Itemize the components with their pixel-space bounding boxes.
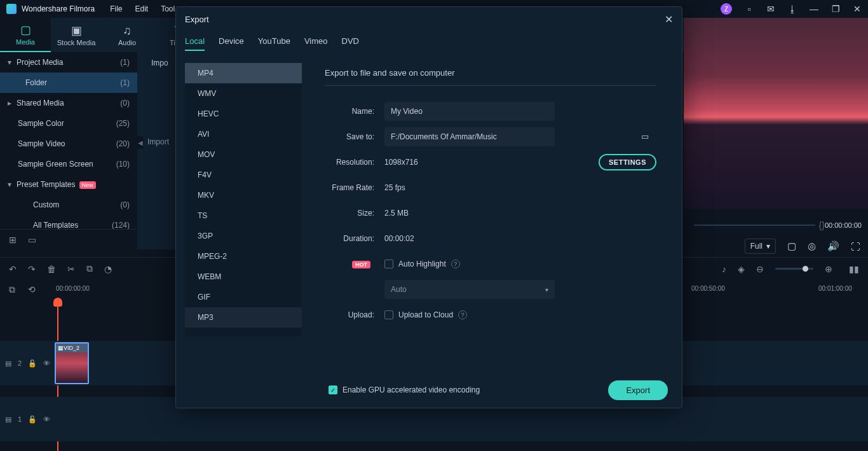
format-webm[interactable]: WEBM — [185, 267, 302, 287]
sidebar-shared-media[interactable]: ▸Shared Media(0) — [0, 93, 137, 113]
cut-icon[interactable]: ✂ — [67, 264, 75, 274]
preview-controls: Full▾ ▢ ◎ 🔊 ⛶ — [684, 237, 868, 256]
menu-file[interactable]: File — [110, 4, 122, 13]
track-header: ▤ 1 🔓 👁 — [0, 397, 53, 441]
crop-icon[interactable]: ⧉ — [86, 263, 93, 274]
format-3gp[interactable]: 3GP — [185, 226, 302, 246]
speed-icon[interactable]: ◔ — [104, 264, 112, 274]
resolution-value: 1098x716 — [384, 158, 418, 167]
tab-device[interactable]: Device — [219, 36, 244, 51]
export-button[interactable]: Export — [608, 380, 668, 400]
format-avi[interactable]: AVI — [185, 124, 302, 144]
close-icon[interactable]: ✕ — [853, 4, 862, 13]
format-mov[interactable]: MOV — [185, 144, 302, 165]
video-clip[interactable]: ▦VID_2 — [55, 342, 89, 384]
snapshot-icon[interactable]: ◎ — [808, 240, 816, 252]
name-input[interactable] — [384, 102, 555, 121]
marker-icon[interactable]: ◈ — [738, 264, 745, 274]
scrubber-track[interactable] — [694, 225, 815, 226]
zoom-knob[interactable] — [803, 266, 808, 272]
sidebar-bottom-tools: ⊞ ▭ — [0, 229, 137, 249]
format-mpeg2[interactable]: MPEG-2 — [185, 246, 302, 267]
redo-icon[interactable]: ↷ — [28, 264, 36, 274]
titlebar-right: Z ▫ ✉ ⭳ — ❐ ✕ — [721, 3, 862, 15]
format-f4v[interactable]: F4V — [185, 165, 302, 185]
size-label: Size: — [325, 209, 384, 218]
delete-icon[interactable]: 🗑 — [47, 264, 56, 274]
minimize-icon[interactable]: — — [810, 4, 818, 13]
format-wmv[interactable]: WMV — [185, 83, 302, 104]
format-mkv[interactable]: MKV — [185, 185, 302, 205]
dialog-close-button[interactable]: ✕ — [665, 13, 673, 25]
preview-timecode: 00:00:00:00 — [825, 221, 862, 229]
sidebar-sample-color[interactable]: Sample Color(25) — [0, 113, 137, 134]
autohighlight-checkbox[interactable] — [384, 260, 393, 268]
zoom-out-icon[interactable]: ⊖ — [756, 264, 764, 274]
framerate-value: 25 fps — [384, 183, 405, 192]
tab-dvd[interactable]: DVD — [342, 36, 359, 51]
format-gif[interactable]: GIF — [185, 287, 302, 307]
tab-local[interactable]: Local — [185, 36, 205, 51]
help-icon[interactable]: ? — [458, 310, 467, 319]
format-ts[interactable]: TS — [185, 205, 302, 226]
visibility-icon[interactable]: 👁 — [43, 415, 50, 423]
sidebar-folder[interactable]: Folder(1) — [0, 73, 137, 93]
user-avatar[interactable]: Z — [721, 3, 732, 15]
volume-icon[interactable]: 🔊 — [827, 240, 839, 252]
track-menu-icon[interactable]: ▤ — [5, 359, 11, 368]
undo-icon[interactable]: ↶ — [9, 264, 17, 274]
format-mp4[interactable]: MP4 — [185, 63, 302, 83]
music-icon: ♫ — [123, 24, 132, 38]
gpu-checkbox[interactable]: ✓ — [329, 385, 337, 394]
panel-resize-handle[interactable]: ◀ — [137, 136, 144, 149]
tab-youtube[interactable]: YouTube — [258, 36, 290, 51]
import-button[interactable]: Impo — [151, 59, 168, 67]
form-header: Export to file and save on computer — [325, 68, 656, 86]
sidebar-sample-video[interactable]: Sample Video(20) — [0, 134, 137, 154]
help-icon[interactable]: ? — [451, 260, 460, 268]
new-folder-icon[interactable]: ⊞ — [9, 235, 17, 245]
menu-edit[interactable]: Edit — [135, 4, 149, 13]
gpu-check-row: ✓ Enable GPU accelerated video encoding — [329, 385, 480, 394]
zoom-slider[interactable] — [775, 268, 813, 270]
display-icon[interactable]: ▢ — [787, 240, 796, 252]
row-resolution: Resolution: 1098x716 SETTINGS — [325, 149, 656, 175]
caret-right-icon: ▸ — [8, 99, 14, 108]
timeline-options-icon[interactable]: ⧉ — [9, 284, 15, 295]
maximize-icon[interactable]: ❐ — [831, 4, 840, 13]
upload-checkbox[interactable] — [384, 310, 393, 319]
format-mp3[interactable]: MP3 — [185, 307, 302, 328]
menu-tools[interactable]: Tool — [161, 4, 175, 13]
preview-scrubber: { } 00:00:00:00 — [684, 219, 868, 232]
folder-open-icon[interactable]: ▭ — [28, 235, 36, 245]
row-size: Size: 2.5 MB — [325, 200, 656, 226]
fullscreen-icon[interactable]: ⛶ — [851, 241, 860, 252]
tab-media[interactable]: ▢ Media — [0, 18, 51, 52]
sidebar-project-media[interactable]: ▾Project Media(1) — [0, 52, 137, 73]
track-menu-icon[interactable]: ▤ — [5, 415, 11, 424]
settings-button[interactable]: SETTINGS — [599, 154, 656, 170]
saveto-input[interactable] — [384, 127, 555, 146]
timeline-link-icon[interactable]: ⟲ — [28, 284, 36, 295]
sidebar-custom[interactable]: Custom(0) — [0, 195, 137, 215]
save-icon[interactable]: ▫ — [745, 4, 754, 13]
preview-video[interactable] — [684, 18, 868, 209]
sidebar-preset-templates[interactable]: ▾Preset TemplatesNew — [0, 174, 137, 195]
format-hevc[interactable]: HEVC — [185, 104, 302, 124]
tab-audio[interactable]: ♫ Audio — [102, 18, 153, 52]
zoom-fit-icon[interactable]: ▮▮ — [849, 264, 859, 274]
ruler-tick: 00:01:00:00 — [818, 285, 852, 292]
lock-icon[interactable]: 🔓 — [28, 359, 37, 368]
mail-icon[interactable]: ✉ — [766, 4, 775, 13]
visibility-icon[interactable]: 👁 — [43, 359, 50, 367]
sidebar-sample-green-screen[interactable]: Sample Green Screen(10) — [0, 154, 137, 174]
audio-mixer-icon[interactable]: ♪ — [722, 264, 726, 274]
lock-icon[interactable]: 🔓 — [28, 415, 37, 424]
zoom-in-icon[interactable]: ⊕ — [825, 264, 832, 274]
browse-folder-icon[interactable]: ▭ — [641, 132, 651, 142]
tab-stock-media[interactable]: ▣ Stock Media — [51, 18, 102, 52]
download-icon[interactable]: ⭳ — [788, 4, 797, 13]
auto-select[interactable]: Auto ▾ — [384, 280, 555, 299]
tab-vimeo[interactable]: Vimeo — [304, 36, 328, 51]
preview-quality-select[interactable]: Full▾ — [745, 239, 776, 254]
